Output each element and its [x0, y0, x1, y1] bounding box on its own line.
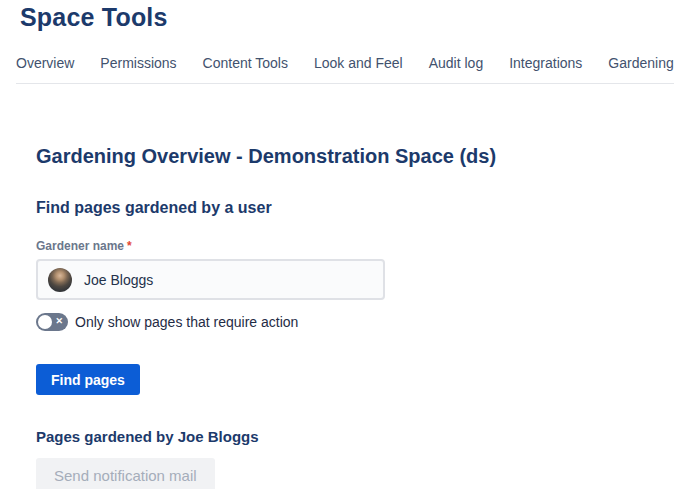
tab-permissions[interactable]: Permissions: [100, 55, 176, 71]
tab-overview[interactable]: Overview: [16, 55, 74, 71]
tab-look-and-feel[interactable]: Look and Feel: [314, 55, 403, 71]
require-action-toggle-row: ✕ Only show pages that require action: [36, 313, 674, 331]
tab-integrations[interactable]: Integrations: [509, 55, 582, 71]
gardener-name-label-text: Gardener name: [36, 239, 124, 253]
required-asterisk: *: [127, 239, 132, 253]
send-notification-mail-button[interactable]: Send notification mail: [36, 458, 215, 489]
tab-content-tools[interactable]: Content Tools: [203, 55, 288, 71]
find-pages-button[interactable]: Find pages: [36, 364, 140, 395]
tab-audit-log[interactable]: Audit log: [429, 55, 483, 71]
main-content: Gardening Overview - Demonstration Space…: [0, 145, 674, 489]
require-action-toggle[interactable]: ✕: [36, 313, 68, 331]
results-heading: Pages gardened by Joe Bloggs: [36, 428, 674, 445]
find-pages-section-heading: Find pages gardened by a user: [36, 199, 674, 217]
space-tools-page: Space Tools Overview Permissions Content…: [0, 3, 674, 489]
gardener-name-label: Gardener name*: [36, 239, 674, 253]
user-avatar: [48, 268, 72, 292]
toggle-cross-icon: ✕: [55, 317, 63, 326]
gardening-overview-heading: Gardening Overview - Demonstration Space…: [36, 145, 674, 168]
tab-bar: Overview Permissions Content Tools Look …: [16, 55, 674, 84]
gardener-name-input[interactable]: Joe Bloggs: [36, 259, 385, 300]
toggle-knob: [38, 315, 52, 329]
require-action-toggle-label: Only show pages that require action: [75, 314, 298, 330]
page-title: Space Tools: [20, 3, 674, 32]
gardener-name-value: Joe Bloggs: [84, 272, 153, 288]
tab-gardening[interactable]: Gardening: [608, 55, 673, 71]
